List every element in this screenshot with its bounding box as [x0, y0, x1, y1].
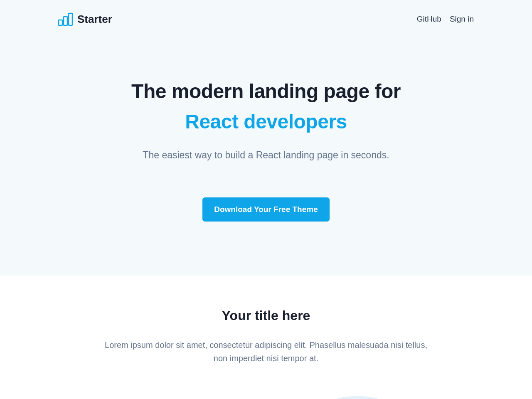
logo-text: Starter — [77, 13, 112, 26]
hero-content: The modern landing page for React develo… — [0, 26, 532, 222]
secondary-section: Your title here Lorem ipsum dolor sit am… — [0, 276, 532, 399]
hero-subtitle: The easiest way to build a React landing… — [0, 150, 532, 161]
nav-github-link[interactable]: GitHub — [417, 15, 441, 24]
download-theme-button[interactable]: Download Your Free Theme — [202, 197, 330, 222]
header: Starter GitHub Sign in — [0, 0, 532, 26]
spacer — [0, 365, 532, 399]
nav: GitHub Sign in — [417, 15, 474, 24]
hero-title-line2: React developers — [0, 110, 532, 133]
bar-chart-icon — [58, 12, 73, 26]
logo[interactable]: Starter — [58, 12, 112, 26]
hero-section: Starter GitHub Sign in The modern landin… — [0, 0, 532, 276]
nav-signin-link[interactable]: Sign in — [450, 15, 474, 24]
svg-rect-2 — [69, 13, 72, 25]
hero-title-line1: The modern landing page for — [0, 80, 532, 103]
secondary-description: Lorem ipsum dolor sit amet, consectetur … — [100, 338, 432, 365]
svg-rect-1 — [64, 17, 67, 25]
secondary-title: Your title here — [0, 308, 532, 323]
svg-rect-0 — [59, 20, 62, 25]
